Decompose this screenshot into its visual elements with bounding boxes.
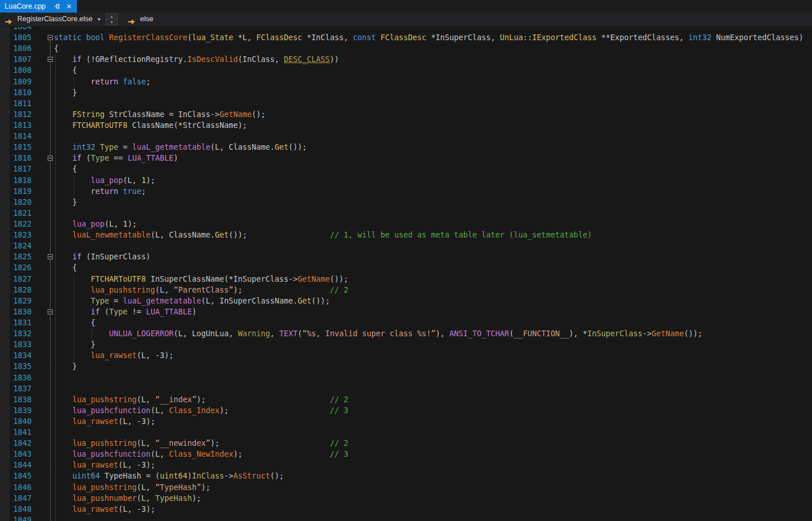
code-text: {: [54, 262, 77, 273]
tab-luacore-cpp[interactable]: LuaCore.cpp ✕: [0, 0, 77, 13]
fold-extent-line: [50, 219, 51, 230]
code-text: lua_pushstring(L, “__index”); // 2: [54, 394, 348, 405]
fold-extent-line: [50, 427, 51, 438]
code-text: lua_pushcfunction(L, Class_NewIndex); //…: [54, 449, 348, 460]
code-line: 1832 UNLUA_LOGERROR(L, LogUnLua, Warning…: [0, 328, 812, 339]
line-number: 1810: [0, 87, 32, 98]
line-number: 1839: [0, 405, 32, 416]
indent-guide: [55, 372, 56, 383]
fold-extent-line: [50, 317, 51, 328]
code-line: 1833 }: [0, 339, 812, 350]
code-line: 1831 {: [0, 317, 812, 328]
code-text: }: [54, 197, 77, 208]
member-dropdown[interactable]: else: [140, 15, 153, 23]
code-text: {: [54, 43, 59, 54]
fold-extent-line: [50, 328, 51, 339]
code-line: 1816 if (Type == LUA_TTABLE): [0, 153, 812, 164]
code-text: }: [54, 361, 77, 372]
indent-guide: [55, 515, 56, 521]
code-line: 1827 FTCHARToUTF8 InSuperClassName(*InSu…: [0, 274, 812, 285]
code-line: 1812 FString StrClassName = InClass->Get…: [0, 109, 812, 120]
fold-extent-line: [50, 285, 51, 296]
code-line: 1823 luaL_newmetatable(L, ClassName.Get(…: [0, 230, 812, 240]
line-number: 1811: [0, 98, 32, 109]
code-line: 1846 lua_pushstring(L, “TypeHash”);: [0, 482, 812, 493]
line-number: 1804: [0, 27, 32, 32]
line-number: 1805: [0, 32, 32, 43]
code-line: 1820 }: [0, 197, 812, 208]
fold-extent-line: [50, 482, 51, 493]
line-number: 1813: [0, 120, 32, 131]
member-arrow-icon: [127, 17, 136, 27]
code-text: lua_pushstring(L, “TypeHash”);: [54, 482, 210, 493]
code-line: 1847 lua_pushnumber(L, TypeHash);: [0, 493, 812, 504]
code-line: 1835 }: [0, 361, 812, 372]
fold-extent-line: [50, 120, 51, 131]
fold-extent-line: [50, 230, 51, 240]
code-text: luaL_newmetatable(L, ClassName.Get()); /…: [54, 230, 592, 240]
code-line: 1813 FTCHARToUTF8 ClassName(*StrClassNam…: [0, 120, 812, 131]
fold-toggle[interactable]: [48, 57, 53, 62]
fold-toggle[interactable]: [48, 155, 53, 161]
fold-extent-line: [50, 131, 51, 142]
line-number: 1832: [0, 328, 32, 339]
spinner-down-button[interactable]: ▼: [106, 20, 117, 25]
code-line: 1838 lua_pushstring(L, “__index”); // 2: [0, 394, 812, 405]
code-text: FTCHARToUTF8 ClassName(*StrClassName);: [54, 120, 247, 131]
code-editor[interactable]: 18041805static bool RegisterClassCore(lu…: [0, 27, 812, 521]
fold-extent-line: [50, 383, 51, 394]
code-line: 1836: [0, 372, 812, 383]
fold-extent-line: [50, 449, 51, 460]
code-text: if (Type != LUA_TTABLE): [54, 306, 196, 317]
fold-extent-line: [50, 262, 51, 273]
code-line: 1844 lua_rawset(L, -3);: [0, 460, 812, 471]
code-text: lua_pop(L, 1);: [54, 219, 137, 230]
fold-extent-line: [50, 240, 51, 251]
line-number: 1807: [0, 54, 32, 65]
spinner-up-button[interactable]: ▲: [106, 14, 117, 20]
fold-extent-line: [50, 164, 51, 174]
code-line: 1840 lua_rawset(L, -3);: [0, 416, 812, 427]
line-number: 1817: [0, 164, 32, 174]
line-number: 1837: [0, 383, 32, 394]
line-number: 1820: [0, 197, 32, 208]
fold-extent-line: [50, 460, 51, 471]
code-line: 1817 {: [0, 164, 812, 174]
line-number: 1833: [0, 339, 32, 350]
line-number: 1806: [0, 43, 32, 54]
chevron-down-icon[interactable]: ▾: [98, 16, 100, 22]
code-text: {: [54, 317, 95, 328]
line-number: 1840: [0, 416, 32, 427]
code-line: 1843 lua_pushcfunction(L, Class_NewIndex…: [0, 449, 812, 460]
line-number: 1822: [0, 219, 32, 230]
line-number: 1834: [0, 350, 32, 361]
line-number: 1838: [0, 394, 32, 405]
code-line: 1806{: [0, 43, 812, 54]
fold-toggle[interactable]: [48, 35, 53, 40]
code-text: lua_rawset(L, -3);: [54, 350, 173, 361]
line-number: 1844: [0, 460, 32, 471]
code-line: 1841: [0, 427, 812, 438]
line-number: 1841: [0, 427, 32, 438]
close-icon[interactable]: ✕: [67, 3, 72, 10]
code-text: if (Type == LUA_TTABLE): [54, 153, 178, 164]
code-text: static bool RegisterClassCore(lua_State …: [54, 32, 803, 43]
code-text: if (!GReflectionRegistry.IsDescValid(InC…: [54, 54, 339, 65]
fold-toggle[interactable]: [48, 254, 53, 259]
fold-extent-line: [50, 372, 51, 383]
code-line: 1826 {: [0, 262, 812, 273]
line-number: 1831: [0, 317, 32, 328]
scope-dropdown[interactable]: RegisterClassCore.else: [17, 15, 92, 23]
line-number: 1830: [0, 306, 32, 317]
fold-extent-line: [50, 98, 51, 109]
code-text: lua_pushcfunction(L, Class_Index); // 3: [54, 405, 348, 416]
line-number: 1843: [0, 449, 32, 460]
tab-label: LuaCore.cpp: [5, 2, 46, 10]
code-text: return true;: [54, 186, 146, 197]
code-line: 1837: [0, 383, 812, 394]
line-number: 1824: [0, 240, 32, 251]
code-lines: 18041805static bool RegisterClassCore(lu…: [0, 27, 812, 521]
fold-toggle[interactable]: [48, 309, 53, 314]
fold-extent-line: [50, 197, 51, 208]
pin-icon[interactable]: [54, 3, 61, 10]
